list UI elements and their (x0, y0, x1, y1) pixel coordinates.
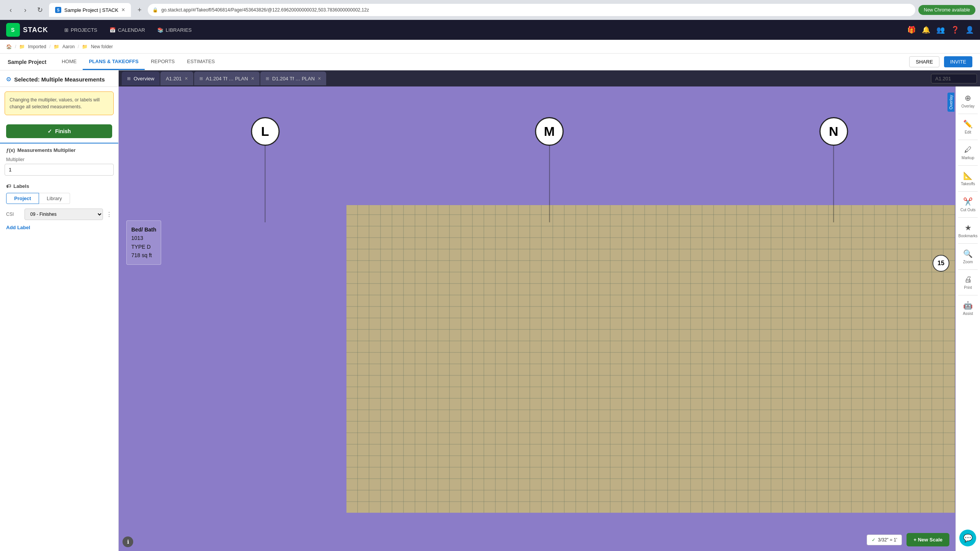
help-icon[interactable]: ❓ (951, 26, 959, 34)
new-tab-button[interactable]: + (134, 5, 145, 15)
toolbar-sep-8 (958, 295, 977, 295)
bell-icon[interactable]: 🔔 (922, 26, 930, 34)
breadcrumb-newfolder-label[interactable]: New folder (91, 44, 113, 49)
overlay-item: ⊕ Overlay Overlay (956, 90, 980, 112)
column-circle-n: N (819, 117, 848, 146)
users-icon[interactable]: 👥 (936, 26, 945, 34)
overlay-side-tab[interactable]: Overlay (947, 93, 954, 112)
forward-btn[interactable]: › (19, 4, 31, 16)
tab-a1201-label: A1.201 (166, 76, 181, 82)
zoom-tool[interactable]: 🔍 Zoom (956, 245, 980, 268)
new-scale-button[interactable]: + New Scale (906, 533, 949, 546)
back-btn[interactable]: ‹ (5, 4, 17, 16)
multiplier-label: Multiplier (0, 155, 118, 164)
takeoffs-tool[interactable]: 📐 Takeoffs (956, 167, 980, 190)
markup-tool[interactable]: 🖊 Markup (956, 142, 980, 164)
panel-title-text: Selected: Multiple Measurements (14, 76, 105, 83)
nav-libraries[interactable]: 📚 LIBRARIES (152, 25, 197, 35)
edit-tool[interactable]: ✏️ Edit (956, 116, 980, 138)
address-bar[interactable]: 🔒 go.stackct.app/#/Takeoff/5406814/Page/… (148, 4, 915, 16)
room-area: 718 sq ft (131, 251, 156, 259)
nav-projects[interactable]: ⊞ PROJECTS (59, 25, 103, 35)
browser-tab[interactable]: S Sample Project | STACK × (49, 3, 131, 17)
browser-controls[interactable]: ‹ › ↻ (5, 4, 46, 16)
calendar-icon: 📅 (109, 27, 116, 33)
browser-chrome: ‹ › ↻ S Sample Project | STACK × + 🔒 go.… (0, 0, 980, 20)
breadcrumb-stack[interactable]: 🏠 (6, 44, 12, 49)
csi-more-btn[interactable]: ⋮ (106, 211, 112, 218)
assist-label: Assist (963, 311, 973, 316)
bookmarks-tool[interactable]: ★ Bookmarks (956, 219, 980, 242)
scale-value: 3/32" = 1' (878, 537, 897, 543)
logo-mark: S (6, 23, 20, 37)
nav-calendar-label: CALENDAR (118, 27, 145, 33)
toolbar-sep-2 (958, 140, 977, 140)
tag-icon: 🏷 (6, 183, 11, 189)
nav-calendar[interactable]: 📅 CALENDAR (104, 25, 150, 35)
add-label-button[interactable]: Add Label (6, 223, 112, 232)
room-label: Bed/ Bath 1013 TYPE D 718 sq ft (126, 220, 161, 265)
grid-icon-2: ⊞ (199, 76, 203, 81)
finish-button[interactable]: ✓ Finish (6, 124, 112, 138)
multiplier-input[interactable] (5, 164, 114, 176)
plan-search-input[interactable] (931, 74, 977, 83)
library-tab[interactable]: Library (39, 193, 70, 204)
nav-estimates[interactable]: ESTIMATES (181, 54, 221, 70)
grid-icon: ⊞ (127, 76, 131, 81)
tab-d1204-close[interactable]: × (318, 75, 321, 82)
toolbar-sep-4 (958, 191, 977, 192)
tab-d1204[interactable]: ⊞ D1.204 Tf … PLAN × (260, 72, 326, 85)
tab-close-btn[interactable]: × (121, 7, 125, 13)
project-tab[interactable]: Project (6, 193, 39, 204)
csi-label: CSI (6, 212, 21, 217)
tab-d1204-label: D1.204 Tf … PLAN (272, 76, 315, 82)
nav-home[interactable]: HOME (56, 54, 83, 70)
tab-overview-label: Overview (134, 76, 154, 82)
account-icon[interactable]: 👤 (965, 26, 974, 34)
reload-btn[interactable]: ↻ (34, 4, 46, 16)
projects-icon: ⊞ (64, 27, 69, 33)
column-marker-m: M (535, 117, 564, 222)
breadcrumb-aaron-label[interactable]: Aaron (62, 44, 75, 49)
csi-select[interactable]: 09 - Finishes 01 - General Requirements … (24, 209, 103, 220)
assist-icon: 🤖 (963, 301, 973, 310)
tab-overview[interactable]: ⊞ Overview (122, 72, 160, 85)
breadcrumb: 🏠 / 📁 Imported / 📁 Aaron / 📁 New folder (0, 40, 980, 54)
share-button[interactable]: SHARE (909, 56, 939, 67)
toolbar-sep-3 (958, 165, 977, 166)
measurements-icon: ⊙ (6, 76, 11, 83)
gift-icon[interactable]: 🎁 (907, 26, 916, 34)
markup-icon: 🖊 (964, 145, 972, 154)
tab-a1204[interactable]: ⊞ A1.204 Tf … PLAN × (194, 72, 260, 85)
invite-button[interactable]: INVITE (944, 56, 972, 67)
url-text[interactable]: go.stackct.app/#/Takeoff/5406814/Page/45… (161, 7, 369, 13)
labels-title: 🏷 Labels (6, 183, 112, 189)
info-icon[interactable]: ℹ (122, 536, 133, 547)
overlay-tool[interactable]: ⊕ Overlay (956, 90, 980, 112)
tab-a1204-close[interactable]: × (251, 75, 254, 82)
takeoffs-icon: 📐 (963, 171, 973, 180)
print-tool[interactable]: 🖨 Print (956, 271, 980, 293)
tab-a1201-close[interactable]: × (185, 75, 188, 82)
right-toolbar: ⊕ Overlay Overlay ✏️ Edit 🖊 Markup (956, 86, 980, 551)
column-line-l (265, 146, 266, 222)
stack-logo[interactable]: S STACK (6, 23, 48, 37)
breadcrumb-imported-label[interactable]: Imported (28, 44, 46, 49)
nav-plans-takeoffs[interactable]: PLANS & TAKEOFFS (83, 54, 145, 70)
breadcrumb-aaron[interactable]: 📁 (54, 44, 59, 49)
tab-a1201[interactable]: A1.201 × (160, 72, 193, 85)
breadcrumb-imported[interactable]: 📁 (19, 44, 25, 49)
assist-tool[interactable]: 🤖 Assist (956, 297, 980, 320)
star-icon: ★ (965, 223, 972, 232)
panel-header: ⊙ Selected: Multiple Measurements (0, 70, 118, 87)
blueprint-canvas[interactable]: L M N Bed/ Bath 1013 TYPE D 718 sq ft 15 (119, 86, 980, 551)
labels-title-text: Labels (13, 183, 29, 189)
csi-row: CSI 09 - Finishes 01 - General Requireme… (6, 209, 112, 220)
print-label: Print (964, 285, 972, 290)
fx-icon: ƒ(x) (6, 147, 15, 153)
nav-reports[interactable]: REPORTS (145, 54, 181, 70)
nav-libraries-label: LIBRARIES (166, 27, 192, 33)
cutouts-tool[interactable]: ✂️ Cut Outs (956, 193, 980, 216)
chat-bubble[interactable]: 💬 (959, 530, 976, 546)
chrome-update-banner[interactable]: New Chrome available (918, 5, 975, 15)
